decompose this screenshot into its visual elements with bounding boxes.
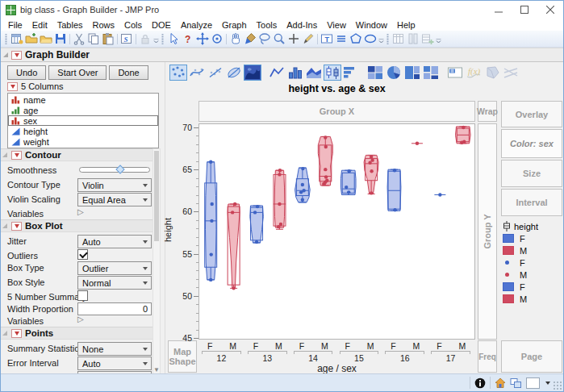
- toolbar-icon-polygon[interactable]: [349, 32, 363, 46]
- y-axis-label[interactable]: height: [163, 211, 173, 248]
- menu-item-help[interactable]: Help: [392, 20, 420, 30]
- palette-icon-pie[interactable]: [385, 65, 403, 81]
- close-button[interactable]: [537, 1, 563, 19]
- undo-button[interactable]: Undo: [7, 65, 46, 80]
- red-triangle-menu-icon[interactable]: [11, 222, 22, 231]
- section-header-boxplot[interactable]: Box Plot: [1, 219, 160, 232]
- x-axis-label[interactable]: age / sex: [198, 363, 475, 373]
- toolbar-icon-target[interactable]: [210, 32, 224, 46]
- legend-entry-rect-F[interactable]: F: [503, 281, 538, 293]
- toolbar-icon-move[interactable]: [195, 32, 210, 46]
- menu-item-doe[interactable]: DOE: [147, 20, 176, 30]
- menu-item-analyze[interactable]: Analyze: [176, 20, 217, 30]
- plot-area[interactable]: [198, 123, 475, 340]
- palette-icon-histogram[interactable]: [342, 65, 360, 81]
- column-item-weight[interactable]: weight: [8, 136, 158, 147]
- zone-wrap[interactable]: Wrap: [478, 101, 497, 122]
- toolbar-icon-open-add[interactable]: [24, 32, 39, 46]
- menu-item-graph[interactable]: Graph: [217, 20, 252, 30]
- minimize-button[interactable]: [486, 1, 512, 19]
- palette-icon-mosaic[interactable]: [422, 65, 440, 81]
- red-triangle-menu-icon[interactable]: [11, 329, 22, 338]
- box-style-dropdown[interactable]: Normal: [77, 276, 152, 290]
- toolbar-icon-brush[interactable]: [243, 32, 257, 46]
- legend-entry-rect-M[interactable]: M: [503, 244, 538, 256]
- palette-icon-treemap[interactable]: [403, 65, 421, 81]
- palette-icon-box-plot[interactable]: [324, 65, 341, 81]
- toolbar-icon-lasso[interactable]: [257, 32, 272, 46]
- column-item-height[interactable]: height: [8, 126, 158, 136]
- variables-disclosure-icon[interactable]: ▷: [77, 207, 84, 216]
- violin-scaling-dropdown[interactable]: Equal Area: [77, 193, 152, 206]
- red-triangle-menu-icon[interactable]: [11, 51, 22, 60]
- toolbar-icon-text-box[interactable]: T: [320, 32, 334, 46]
- column-item-sex[interactable]: sex: [8, 115, 158, 126]
- slider-thumb[interactable]: [115, 165, 124, 173]
- smoothness-slider[interactable]: [79, 167, 150, 173]
- menu-item-tables[interactable]: Tables: [52, 20, 88, 30]
- outliers-checkbox[interactable]: [77, 249, 88, 260]
- collapse-icon[interactable]: [3, 52, 8, 57]
- maximize-button[interactable]: [512, 1, 537, 19]
- menu-item-window[interactable]: Window: [351, 20, 392, 30]
- toolbar-icon-help[interactable]: ?: [181, 32, 195, 46]
- toolbar-icon-oval[interactable]: [363, 32, 378, 46]
- color-swatch-icon[interactable]: [526, 377, 540, 389]
- resize-grip[interactable]: [553, 381, 562, 390]
- toolbar-grip[interactable]: [386, 34, 390, 44]
- summary-statistic-dropdown[interactable]: None: [77, 342, 152, 356]
- palette-icon-heatmap[interactable]: [366, 65, 384, 81]
- toolbar-icon-magnifier[interactable]: [272, 32, 286, 46]
- toolbar-icon-open[interactable]: [39, 32, 53, 46]
- legend-entry-dot-M[interactable]: M: [503, 269, 538, 281]
- contour-type-dropdown[interactable]: Violin: [77, 178, 152, 192]
- toolbar-icon-save[interactable]: [53, 32, 68, 46]
- red-triangle-menu-icon[interactable]: [11, 151, 22, 160]
- palette-icon-map-shapes[interactable]: [483, 65, 501, 81]
- toolbar-overflow-icon[interactable]: [378, 32, 384, 45]
- palette-icon-line[interactable]: [268, 65, 286, 81]
- zone-group-y[interactable]: Group Y: [478, 123, 497, 340]
- toolbar-icon-lock[interactable]: [138, 32, 152, 46]
- scrollbar-thumb[interactable]: [154, 151, 159, 241]
- legend-entry-dot-F[interactable]: F: [503, 256, 538, 269]
- info-circle-icon[interactable]: [474, 377, 486, 389]
- palette-icon-bar[interactable]: [286, 65, 304, 81]
- palette-icon-area[interactable]: [305, 65, 323, 81]
- toolbar-icon-new-data-table[interactable]: [10, 32, 24, 46]
- toolbar-icon-lines[interactable]: [334, 32, 349, 46]
- palette-icon-ellipse[interactable]: [225, 65, 243, 81]
- menu-item-view[interactable]: View: [322, 20, 351, 30]
- legend-entry-rect-M[interactable]: M: [503, 293, 538, 305]
- zone-color[interactable]: Color: sex: [501, 129, 562, 158]
- toolbar-icon-annotate[interactable]: [301, 32, 315, 46]
- red-triangle-menu-icon[interactable]: [7, 82, 18, 91]
- zone-freq[interactable]: Freq: [478, 340, 497, 373]
- palette-icon-points[interactable]: [169, 65, 187, 81]
- menu-item-rows[interactable]: Rows: [88, 20, 120, 30]
- width-proportion-input[interactable]: 0: [77, 302, 152, 315]
- palette-icon-formula[interactable]: f(x): [465, 65, 483, 81]
- toolbar-icon-add-rows[interactable]: [420, 32, 435, 46]
- column-item-name[interactable]: name: [8, 94, 158, 105]
- toolbar-icon-copy[interactable]: [86, 32, 101, 46]
- 5-number-summary-checkbox[interactable]: [77, 290, 88, 301]
- zone-size[interactable]: Size: [501, 160, 562, 187]
- toolbar-overflow-icon[interactable]: [152, 32, 159, 45]
- section-header-points[interactable]: Points: [1, 327, 160, 340]
- done-button[interactable]: Done: [109, 65, 148, 80]
- section-header-contour[interactable]: Contour: [1, 148, 160, 161]
- menu-item-cols[interactable]: Cols: [119, 20, 147, 30]
- jitter-dropdown[interactable]: Auto: [77, 235, 152, 248]
- toolbar-icon-crosshair[interactable]: [286, 32, 301, 46]
- toolbar-icon-cut[interactable]: [72, 32, 86, 46]
- start-over-button[interactable]: Start Over: [48, 65, 107, 80]
- home-icon[interactable]: [495, 377, 506, 389]
- scroll-down-icon[interactable]: ▼: [153, 367, 160, 373]
- variables-disclosure-icon[interactable]: ▷: [77, 315, 84, 323]
- menu-item-edit[interactable]: Edit: [27, 20, 52, 30]
- panel-scrollbar[interactable]: ▼: [152, 148, 161, 373]
- box-type-dropdown[interactable]: Outlier: [77, 261, 152, 275]
- toolbar-icon-columns[interactable]: [406, 32, 420, 46]
- error-interval-dropdown[interactable]: Auto: [77, 357, 152, 370]
